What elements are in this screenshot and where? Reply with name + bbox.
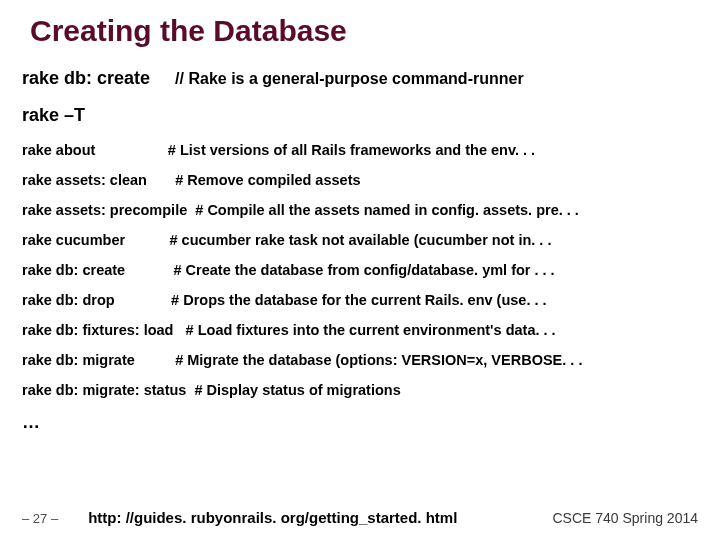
task-cmd: rake cucumber [22, 232, 125, 248]
intro-line: rake db: create // Rake is a general-pur… [22, 68, 698, 89]
task-cmd: rake about [22, 142, 95, 158]
task-row: rake db: migrate: status # Display statu… [22, 382, 698, 398]
task-row: rake cucumber # cucumber rake task not a… [22, 232, 698, 248]
task-desc: # Remove compiled assets [175, 172, 360, 188]
task-cmd: rake db: migrate [22, 352, 135, 368]
task-desc: # cucumber rake task not available (cucu… [170, 232, 552, 248]
task-row: rake about # List versions of all Rails … [22, 142, 698, 158]
task-row: rake assets: precompile # Compile all th… [22, 202, 698, 218]
task-row: rake db: migrate # Migrate the database … [22, 352, 698, 368]
task-cmd: rake assets: precompile [22, 202, 187, 218]
task-cmd: rake db: fixtures: load [22, 322, 173, 338]
task-cmd: rake db: migrate: status [22, 382, 186, 398]
intro-cmd: rake db: create [22, 68, 150, 88]
task-cmd: rake db: create [22, 262, 125, 278]
task-row: rake db: create # Create the database fr… [22, 262, 698, 278]
task-desc: # Drops the database for the current Rai… [171, 292, 547, 308]
slide-title: Creating the Database [30, 14, 698, 48]
footer-url: http: //guides. rubyonrails. org/getting… [58, 509, 552, 526]
task-row: rake db: fixtures: load # Load fixtures … [22, 322, 698, 338]
task-desc: # Display status of migrations [194, 382, 400, 398]
task-desc: # Migrate the database (options: VERSION… [175, 352, 582, 368]
footer-course: CSCE 740 Spring 2014 [552, 510, 698, 526]
task-cmd: rake db: drop [22, 292, 115, 308]
ellipsis: … [22, 412, 698, 433]
task-row: rake db: drop # Drops the database for t… [22, 292, 698, 308]
task-desc: # List versions of all Rails frameworks … [168, 142, 535, 158]
task-desc: # Create the database from config/databa… [174, 262, 555, 278]
task-desc: # Load fixtures into the current environ… [186, 322, 556, 338]
footer: – 27 – http: //guides. rubyonrails. org/… [22, 509, 698, 526]
task-row: rake assets: clean # Remove compiled ass… [22, 172, 698, 188]
intro-comment: // Rake is a general-purpose command-run… [175, 70, 524, 87]
task-desc: # Compile all the assets named in config… [195, 202, 579, 218]
flag-line: rake –T [22, 105, 698, 126]
slide: Creating the Database rake db: create //… [0, 0, 720, 540]
page-number: – 27 – [22, 511, 58, 526]
task-cmd: rake assets: clean [22, 172, 147, 188]
